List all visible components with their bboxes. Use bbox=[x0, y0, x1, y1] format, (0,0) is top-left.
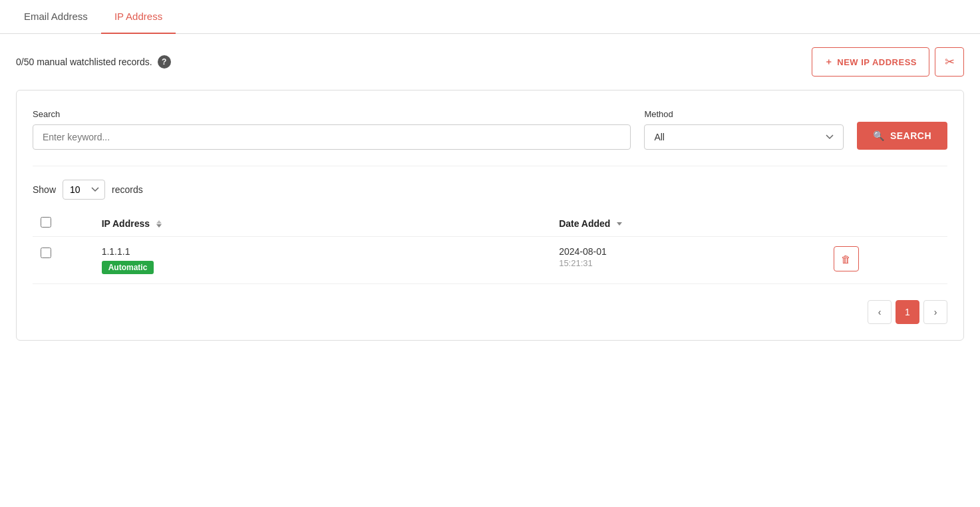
divider bbox=[33, 166, 947, 166]
ip-sort-icon bbox=[156, 220, 162, 228]
prev-page-button[interactable]: ‹ bbox=[868, 300, 892, 324]
search-button-label: SEARCH bbox=[890, 130, 931, 141]
plus-icon: ＋ bbox=[824, 56, 834, 68]
date-value: 2024-08-01 bbox=[559, 246, 818, 257]
method-field: Method All Automatic Manual bbox=[644, 109, 844, 150]
th-checkbox bbox=[33, 210, 94, 237]
show-select[interactable]: 10 25 50 100 bbox=[63, 180, 105, 200]
ip-value: 1.1.1.1 bbox=[102, 246, 544, 257]
pagination: ‹ 1 › bbox=[33, 300, 947, 324]
trash-icon: 🗑 bbox=[841, 254, 851, 265]
search-panel: Search Method All Automatic Manual 🔍 SEA… bbox=[16, 90, 964, 341]
search-field: Search bbox=[33, 109, 631, 150]
ip-table: IP Address Date Added bbox=[33, 210, 947, 284]
method-badge: Automatic bbox=[102, 261, 154, 274]
method-select[interactable]: All Automatic Manual bbox=[644, 124, 844, 150]
show-label: Show bbox=[33, 184, 56, 195]
row-checkbox[interactable] bbox=[41, 248, 51, 258]
tab-ip[interactable]: IP Address bbox=[101, 0, 176, 34]
records-label: records bbox=[112, 184, 143, 195]
search-label: Search bbox=[33, 109, 631, 119]
tab-email[interactable]: Email Address bbox=[11, 0, 101, 34]
delete-all-button[interactable]: ✂ bbox=[935, 47, 964, 77]
search-row: Search Method All Automatic Manual 🔍 SEA… bbox=[33, 109, 947, 150]
scissors-icon: ✂ bbox=[945, 55, 955, 69]
search-button[interactable]: 🔍 SEARCH bbox=[857, 122, 947, 150]
show-records: Show 10 25 50 100 records bbox=[33, 180, 947, 200]
th-date-label: Date Added bbox=[559, 218, 610, 229]
date-cell: 2024-08-01 15:21:31 bbox=[551, 237, 826, 284]
page-1-button[interactable]: 1 bbox=[896, 300, 919, 324]
th-actions bbox=[826, 210, 947, 237]
table-body: 1.1.1.1 Automatic 2024-08-01 15:21:31 🗑 bbox=[33, 237, 947, 284]
top-actions: ＋ NEW IP ADDRESS ✂ bbox=[812, 47, 964, 77]
tabs-container: Email Address IP Address bbox=[0, 0, 980, 34]
search-icon: 🔍 bbox=[873, 130, 885, 141]
ip-address-cell: 1.1.1.1 Automatic bbox=[94, 237, 552, 284]
method-label: Method bbox=[644, 109, 844, 119]
th-date[interactable]: Date Added bbox=[551, 210, 826, 237]
search-input[interactable] bbox=[33, 124, 631, 150]
table-container: IP Address Date Added bbox=[33, 210, 947, 284]
sort-up-icon bbox=[156, 220, 162, 224]
records-text: 0/50 manual watchlisted records. bbox=[16, 57, 152, 67]
row-checkbox-cell bbox=[33, 237, 94, 284]
sort-down-icon bbox=[156, 224, 162, 228]
date-sort-icon bbox=[617, 222, 622, 226]
table-header-row: IP Address Date Added bbox=[33, 210, 947, 237]
row-actions-cell: 🗑 bbox=[826, 237, 947, 284]
main-content: 0/50 manual watchlisted records. ? ＋ NEW… bbox=[0, 34, 980, 354]
help-icon[interactable]: ? bbox=[158, 55, 171, 69]
top-bar: 0/50 manual watchlisted records. ? ＋ NEW… bbox=[16, 47, 964, 77]
next-page-button[interactable]: › bbox=[923, 300, 947, 324]
new-ip-button[interactable]: ＋ NEW IP ADDRESS bbox=[812, 47, 929, 77]
new-ip-label: NEW IP ADDRESS bbox=[837, 57, 917, 67]
table-row: 1.1.1.1 Automatic 2024-08-01 15:21:31 🗑 bbox=[33, 237, 947, 284]
records-info: 0/50 manual watchlisted records. ? bbox=[16, 55, 171, 69]
time-value: 15:21:31 bbox=[559, 258, 818, 268]
sort-down-only-icon bbox=[617, 222, 622, 226]
th-ip[interactable]: IP Address bbox=[94, 210, 552, 237]
th-ip-label: IP Address bbox=[102, 218, 150, 229]
row-delete-button[interactable]: 🗑 bbox=[834, 246, 859, 271]
select-all-checkbox[interactable] bbox=[41, 217, 51, 228]
